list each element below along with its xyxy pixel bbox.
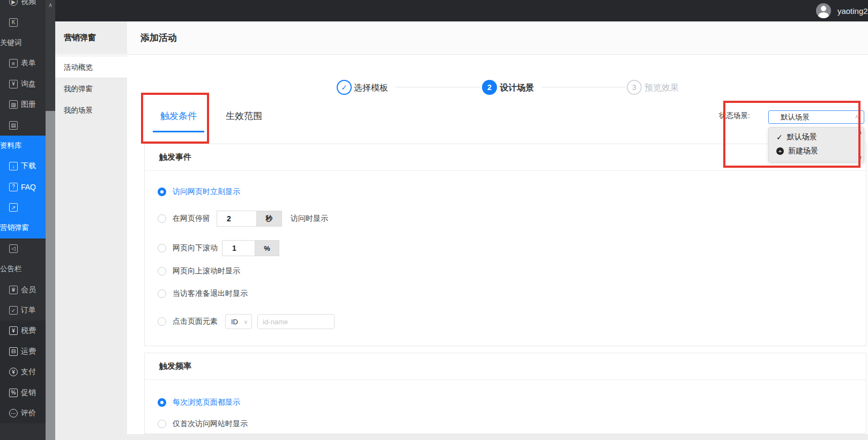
check-icon: ✓ [341,83,347,92]
step-3-label: 预览效果 [644,83,679,94]
download-icon: ↓ [9,162,18,170]
percent-tag-icon: % [9,389,18,397]
sidebar-scrollbar[interactable]: ∧ [46,0,55,440]
sidebar-item-download[interactable]: ↓下载 [0,156,46,176]
step-3-circle: 3 [627,80,642,95]
step-1-label: 选择模板 [354,83,388,94]
sidebar-group-announcement[interactable]: 公告栏 [0,259,46,279]
sidebar-group-keywords[interactable]: 关键词 [0,33,46,53]
radio[interactable] [158,317,166,326]
subnav-item-my-scenes[interactable]: 我的场景 [55,100,127,121]
sidebar-item-payment[interactable]: ¥支付 [0,362,46,382]
radio-selected[interactable] [158,188,166,196]
sidebar-item-cards[interactable]: ▤ [0,115,46,135]
step-connector [395,87,480,87]
trigger-frequency-section: 触发频率 每次浏览页面都显示 仅首次访问网站时显示 [144,353,866,434]
sidebar-item-video[interactable]: ▶视频 [0,0,46,12]
option-exit-intent: 当访客准备退出时显示 [158,286,248,302]
subnav-title: 营销弹窗 [55,21,127,57]
question-icon: ? [9,183,18,191]
unit-addon-seconds: 秒 [256,211,282,227]
dropdown-scroll-up-icon[interactable]: ∧ [858,129,862,136]
username: yaoting20 [837,6,868,16]
main-content: 添加活动 ✓ 选择模板 2 设计场景 3 预览效果 触发条件 生效范围 状态场景… [127,21,868,440]
section-title: 触发事件 [159,152,191,162]
step-2-label: 设计场景 [500,83,534,94]
cards-icon: ▤ [9,121,18,130]
scroll-up-icon[interactable]: ∧ [46,0,55,10]
sidebar-item-faq[interactable]: ?FAQ [0,177,46,197]
element-type-select[interactable]: ID ∨ [225,314,252,329]
comment-icon: ⋯ [9,409,18,417]
tab-trigger-conditions[interactable]: 触发条件 [153,105,204,132]
radio[interactable] [158,289,166,298]
dropdown-option-new-scene[interactable]: + 新建场景 [769,144,864,158]
radio-selected[interactable] [158,398,166,407]
user-menu[interactable]: yaoting20 [816,0,868,21]
currency-circle-icon: ¥ [9,368,18,376]
form-icon: ≡ [9,59,18,68]
gallery-icon: ▨ [9,100,18,109]
scene-select-label: 状态场景: [719,111,750,121]
chevron-down-icon: ∨ [244,319,248,325]
element-id-input[interactable] [257,314,335,329]
option-scroll-up: 网页向上滚动时显示 [158,263,240,279]
top-bar: yaoting20 [0,0,868,21]
sidebar-item-promotion[interactable]: %促销 [0,382,46,402]
step-2-circle: 2 [482,80,497,95]
scene-dropdown: ✓ 默认场景 + 新建场景 ∧ ∨ [768,127,864,162]
radio[interactable] [158,214,166,223]
page-header: 添加活动 [127,21,868,55]
sidebar-item-speaker[interactable]: ◁ [0,238,46,259]
sidebar-item-form[interactable]: ≡表单 [0,53,46,73]
option-show-immediately: 访问网页时立刻显示 [158,184,240,200]
sidebar-item-shipping[interactable]: ⊟运费 [0,341,46,362]
section-header: 触发事件 [145,144,866,171]
sidebar-item-gallery[interactable]: ▨图册 [0,94,46,115]
tax-icon: ¥ [9,326,18,335]
check-icon: ✓ [776,133,783,141]
sidebar-item-inquiry[interactable]: ¥询盘 [0,74,46,94]
subnav-item-activity-overview[interactable]: 活动概览 [55,57,127,78]
trigger-event-section: 触发事件 访问网页时立刻显示 在网页停留 秒 访问时显示 网页向下滚动 % 网页… [144,144,866,346]
dropdown-scroll-down-icon[interactable]: ∨ [858,154,862,161]
sidebar-item-member[interactable]: ♛会员 [0,279,46,300]
k-icon: K [9,18,18,27]
video-icon: ▶ [9,0,18,6]
dropdown-option-default-scene[interactable]: ✓ 默认场景 [769,130,864,144]
option-show-first-visit: 仅首次访问网站时显示 [158,416,248,432]
inquiry-icon: ¥ [9,80,18,88]
sidebar-item-k-module[interactable]: K [0,12,46,32]
scroll-percent-input[interactable] [222,240,255,256]
truck-icon: ⊟ [9,347,18,356]
radio[interactable] [158,244,166,252]
scene-select-value: 默认场景 [781,113,810,122]
sidebar-item-review[interactable]: ⋯评价 [0,403,46,423]
option-click-element: 点击页面元素 ID ∨ [158,314,335,330]
sidebar-item-order[interactable]: ✓订单 [0,300,46,320]
scene-select[interactable]: 默认场景 ∧ [768,110,864,124]
section-title: 触发频率 [159,361,191,371]
clipboard-check-icon: ✓ [9,306,18,315]
radio[interactable] [158,420,166,428]
subnav-item-my-popups[interactable]: 我的弹窗 [55,78,127,100]
stay-seconds-input[interactable] [217,211,257,227]
sidebar-group-marketing-popup[interactable]: 营销弹窗 [0,218,46,238]
radio[interactable] [158,267,166,275]
option-scroll-down-percent: 网页向下滚动 % [158,240,279,256]
option-stay-seconds: 在网页停留 秒 访问时显示 [158,211,328,227]
plus-circle-icon: + [776,147,784,155]
chevron-up-icon: ∧ [855,113,859,120]
scrollbar-thumb[interactable] [46,111,55,440]
tab-bar: 触发条件 生效范围 [153,105,263,132]
page-background-strip [127,434,868,440]
sidebar-item-tax[interactable]: ¥税费 [0,320,46,341]
main-sidebar: ▶视频 K 关键词 ≡表单 ¥询盘 ▨图册 ▤ 资料库 ↓下载 ?FAQ ↗ 营… [0,0,46,440]
page-title: 添加活动 [140,32,177,44]
sidebar-group-library[interactable]: 资料库 [0,136,46,156]
step-connector [541,87,626,87]
tab-effective-range[interactable]: 生效范围 [225,105,263,132]
expand-icon: ↗ [9,203,18,212]
sidebar-item-expand[interactable]: ↗ [0,197,46,218]
option-show-every-view: 每次浏览页面都显示 [158,394,240,411]
